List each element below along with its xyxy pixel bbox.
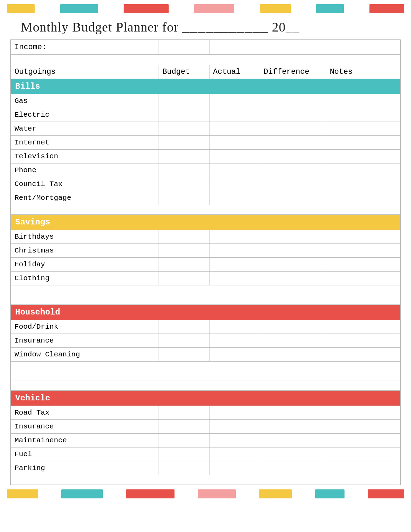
row-council-tax: Council Tax: [11, 177, 400, 191]
diff-christmas: [260, 244, 326, 258]
spacer-3-after-household: [11, 381, 400, 391]
deco-yellow-1: [7, 4, 35, 13]
deco-yellow-2: [260, 4, 291, 13]
col-header-difference: Difference: [260, 65, 326, 79]
budget-table-container: Income: Outgoings Budget Actual Differen…: [10, 39, 401, 485]
notes-water: [326, 122, 400, 136]
budget-window-cleaning: [159, 348, 209, 362]
bottom-deco-red-2: [368, 489, 404, 498]
title-text: Monthly Budget Planner for: [21, 20, 179, 34]
label-holiday: Holiday: [11, 258, 159, 272]
section-household-label: Household: [11, 305, 400, 320]
diff-parking: [260, 461, 326, 475]
row-window-cleaning: Window Cleaning: [11, 348, 400, 362]
spacer-after-vehicle: [11, 475, 400, 485]
actual-insurance-household: [209, 334, 260, 348]
income-notes-cell: [326, 40, 400, 55]
bottom-deco-red-1: [126, 489, 175, 498]
diff-maintainence: [260, 434, 326, 447]
label-fuel: Fuel: [11, 447, 159, 461]
notes-council-tax: [326, 177, 400, 191]
budget-fuel: [159, 447, 209, 461]
actual-water: [209, 122, 260, 136]
row-water: Water: [11, 122, 400, 136]
diff-road-tax: [260, 406, 326, 420]
bottom-deco-pink-1: [198, 489, 236, 498]
label-christmas: Christmas: [11, 244, 159, 258]
notes-insurance-vehicle: [326, 420, 400, 434]
actual-rent-mortgage: [209, 191, 260, 205]
row-internet: Internet: [11, 136, 400, 150]
notes-window-cleaning: [326, 348, 400, 362]
actual-electric: [209, 108, 260, 122]
label-gas: Gas: [11, 94, 159, 108]
row-phone: Phone: [11, 163, 400, 177]
label-water: Water: [11, 122, 159, 136]
section-savings-header: Savings: [11, 215, 400, 230]
diff-food-drink: [260, 320, 326, 334]
actual-holiday: [209, 258, 260, 272]
row-insurance-vehicle: Insurance: [11, 420, 400, 434]
deco-red-1: [124, 4, 169, 13]
notes-phone: [326, 163, 400, 177]
budget-electric: [159, 108, 209, 122]
title-year: 20__: [272, 20, 300, 34]
diff-gas: [260, 94, 326, 108]
actual-gas: [209, 94, 260, 108]
row-fuel: Fuel: [11, 447, 400, 461]
budget-road-tax: [159, 406, 209, 420]
diff-television: [260, 150, 326, 163]
diff-birthdays: [260, 230, 326, 244]
deco-teal-1: [60, 4, 98, 13]
title-blank: ___________: [182, 21, 268, 35]
section-vehicle-header: Vehicle: [11, 391, 400, 406]
budget-insurance-household: [159, 334, 209, 348]
budget-rent-mortgage: [159, 191, 209, 205]
col-header-outgoings: Outgoings: [11, 65, 159, 79]
income-diff-cell: [260, 40, 326, 55]
notes-road-tax: [326, 406, 400, 420]
notes-electric: [326, 108, 400, 122]
bottom-deco-teal-2: [315, 489, 345, 498]
row-christmas: Christmas: [11, 244, 400, 258]
section-bills-header: Bills: [11, 79, 400, 94]
row-food-drink: Food/Drink: [11, 320, 400, 334]
budget-gas: [159, 94, 209, 108]
actual-food-drink: [209, 320, 260, 334]
notes-holiday: [326, 258, 400, 272]
income-label: Income:: [11, 40, 159, 55]
budget-birthdays: [159, 230, 209, 244]
label-parking: Parking: [11, 461, 159, 475]
income-actual-cell: [209, 40, 260, 55]
diff-insurance-vehicle: [260, 420, 326, 434]
notes-clothing: [326, 272, 400, 285]
page: Monthly Budget Planner for ___________ 2…: [0, 0, 411, 532]
notes-fuel: [326, 447, 400, 461]
section-bills-label: Bills: [11, 79, 400, 94]
actual-council-tax: [209, 177, 260, 191]
actual-christmas: [209, 244, 260, 258]
col-header-budget: Budget: [159, 65, 209, 79]
notes-rent-mortgage: [326, 191, 400, 205]
notes-birthdays: [326, 230, 400, 244]
col-header-notes: Notes: [326, 65, 400, 79]
label-road-tax: Road Tax: [11, 406, 159, 420]
deco-red-2: [369, 4, 404, 13]
diff-phone: [260, 163, 326, 177]
actual-fuel: [209, 447, 260, 461]
diff-council-tax: [260, 177, 326, 191]
spacer-2-after-household: [11, 371, 400, 381]
deco-pink-1: [194, 4, 234, 13]
label-internet: Internet: [11, 136, 159, 150]
label-phone: Phone: [11, 163, 159, 177]
notes-insurance-household: [326, 334, 400, 348]
budget-food-drink: [159, 320, 209, 334]
actual-window-cleaning: [209, 348, 260, 362]
diff-window-cleaning: [260, 348, 326, 362]
spacer-1-after-household: [11, 362, 400, 371]
notes-food-drink: [326, 320, 400, 334]
page-title: Monthly Budget Planner for ___________ 2…: [0, 13, 411, 39]
label-window-cleaning: Window Cleaning: [11, 348, 159, 362]
actual-maintainence: [209, 434, 260, 447]
diff-electric: [260, 108, 326, 122]
